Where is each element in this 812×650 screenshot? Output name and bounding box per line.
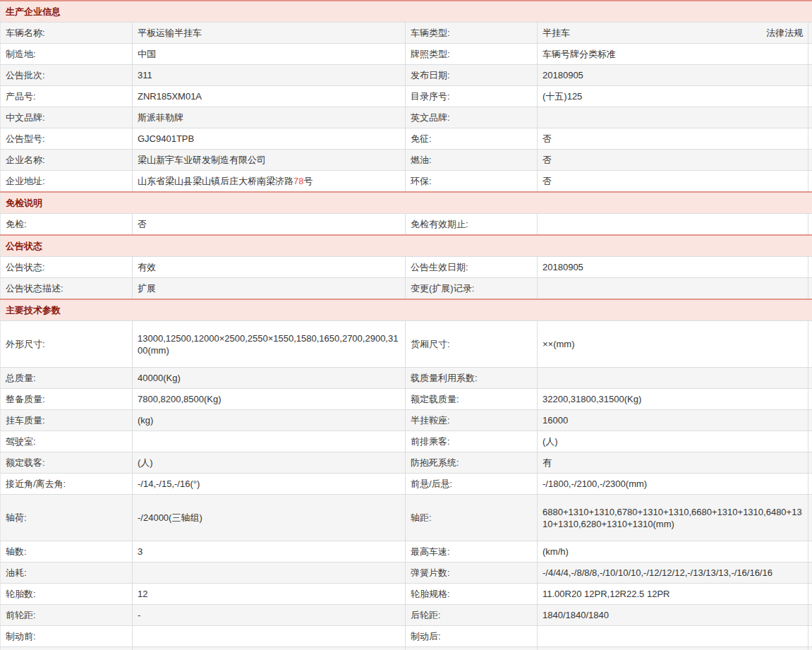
table-row: 接近角/离去角:-/14,-/15,-/16(°)前悬/后悬:-/1800,-/… [1,474,812,495]
field-value: 13000,12500,12000×2500,2550×1550,1580,16… [133,321,406,368]
field-value: 1840/1840/1840 [538,605,808,626]
field-label: 免检有效期止: [406,214,538,236]
field-value: 法律法规半挂车 [538,23,808,44]
field-label: 公告状态: [1,257,133,278]
table-row: 制操前:制操后: [1,647,812,650]
field-value: 11.00R20 12PR,12R22.5 12PR [538,584,808,605]
table-edge-spacer [808,86,812,107]
table-edge-spacer [808,647,812,650]
table-edge-spacer [808,474,812,495]
field-label: 额定载客: [1,452,133,474]
field-value: ZNR185XM01A [133,86,406,107]
field-label: 挂车质量: [1,410,133,431]
field-label: 车辆类型: [406,23,538,44]
field-label: 轮胎规格: [406,584,538,605]
field-label: 总质量: [1,368,133,389]
field-value [133,562,406,584]
field-value [538,647,808,650]
section-title: 生产企业信息 [1,1,812,23]
field-value [133,431,406,452]
table-edge-spacer [808,65,812,86]
table-edge-spacer [808,257,812,278]
field-value [538,368,808,389]
table-row: 产品号:ZNR185XM01A目录序号:(十五)125 [1,86,812,107]
field-value-text: 号 [303,176,313,186]
table-edge-spacer [808,278,812,300]
field-value: 3 [133,541,406,562]
field-label: 变更(扩展)记录: [406,278,538,300]
field-value [538,107,808,128]
field-label: 额定载质量: [406,389,538,410]
field-value: (kg) [133,410,406,431]
table-row: 公告批次:311发布日期:20180905 [1,65,812,86]
highlighted-text: 78 [293,176,303,186]
field-label: 发布日期: [406,65,538,86]
field-label: 货厢尺寸: [406,321,538,368]
table-row: 挂车质量:(kg)半挂鞍座:16000 [1,410,812,431]
field-label: 油耗: [1,562,133,584]
field-label: 前轮距: [1,605,133,626]
table-edge-spacer [808,171,812,193]
field-value: - [133,605,406,626]
field-value-text: 山东省梁山县梁山镇后庄大桥南梁济路 [138,176,293,186]
field-label: 环保: [406,171,538,193]
table-row: 企业地址:山东省梁山县梁山镇后庄大桥南梁济路78号环保:否 [1,171,812,193]
table-row: 公告型号:GJC9401TPB免征:否 [1,128,812,150]
table-edge-spacer [808,605,812,626]
field-label: 制操后: [406,647,538,650]
table-row: 企业名称:梁山新宇车业研发制造有限公司燃油:否 [1,150,812,171]
table-edge-spacer [808,495,812,541]
field-label: 整备质量: [1,389,133,410]
field-label: 制造地: [1,44,133,65]
table-edge-spacer [808,368,812,389]
field-value: (人) [133,452,406,474]
section-title: 免检说明 [1,192,812,214]
field-label: 外形尺寸: [1,321,133,368]
table-row: 油耗:弹簧片数:-/4/4/4,-/8/8/8,-/10/10/10,-/12/… [1,562,812,584]
field-value: 有 [538,452,808,474]
field-label: 驾驶室: [1,431,133,452]
field-value: 16000 [538,410,808,431]
field-label: 中文品牌: [1,107,133,128]
table-row: 免检:否免检有效期止: [1,214,812,236]
field-value: -/1800,-/2100,-/2300(mm) [538,474,808,495]
field-label: 接近角/离去角: [1,474,133,495]
table-row: 前轮距:-后轮距:1840/1840/1840 [1,605,812,626]
field-label: 目录序号: [406,86,538,107]
field-label: 企业名称: [1,150,133,171]
table-edge-spacer [808,584,812,605]
field-value: ××(mm) [538,321,808,368]
field-value [538,278,808,300]
field-label: 公告型号: [1,128,133,150]
table-row: 制动前:制动后: [1,626,812,647]
field-label: 免检: [1,214,133,236]
field-label: 英文品牌: [406,107,538,128]
field-label: 燃油: [406,150,538,171]
field-label: 轮胎数: [1,584,133,605]
field-label: 公告批次: [1,65,133,86]
field-label: 制动后: [406,626,538,647]
field-label: 弹簧片数: [406,562,538,584]
field-value: -/4/4/4,-/8/8/8,-/10/10/10,-/12/12/12,-/… [538,562,808,584]
table-edge-spacer [808,128,812,150]
table-row: 轮胎数:12轮胎规格:11.00R20 12PR,12R22.5 12PR [1,584,812,605]
field-label: 轴数: [1,541,133,562]
field-value [133,647,406,650]
table-row: 额定载客:(人)防抱死系统:有 [1,452,812,474]
field-value: (十五)125 [538,86,808,107]
section-header-row: 公告状态 [1,235,812,257]
laws-regulations-link[interactable]: 法律法规 [766,27,803,39]
table-edge-spacer [808,389,812,410]
field-value: 311 [133,65,406,86]
field-value: 有效 [133,257,406,278]
table-row: 轴数:3最高车速:(km/h) [1,541,812,562]
vehicle-info-table-body: 生产企业信息车辆名称:平板运输半挂车车辆类型:法律法规半挂车制造地:中国牌照类型… [1,1,812,650]
field-label: 轴荷: [1,495,133,541]
field-value [133,626,406,647]
field-value: 否 [538,171,808,193]
table-row: 车辆名称:平板运输半挂车车辆类型:法律法规半挂车 [1,23,812,44]
table-edge-spacer [808,23,812,44]
field-value: (km/h) [538,541,808,562]
field-value: 否 [538,150,808,171]
table-row: 公告状态:有效公告生效日期:20180905 [1,257,812,278]
